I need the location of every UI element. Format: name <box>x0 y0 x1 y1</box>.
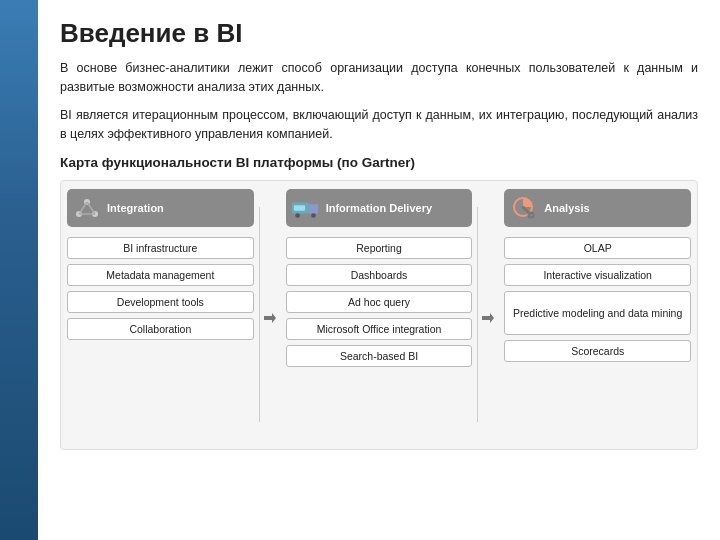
delivery-icon <box>292 194 320 222</box>
page-title: Введение в BI <box>60 18 698 49</box>
delivery-header: Information Delivery <box>286 189 473 227</box>
arrow-2 <box>478 187 498 449</box>
analysis-items: OLAP Interactive visualization Predictiv… <box>504 237 691 362</box>
item-search-based-bi: Search-based BI <box>286 345 473 367</box>
item-metadata-management: Metadata management <box>67 264 254 286</box>
svg-rect-11 <box>294 205 305 211</box>
svg-point-9 <box>295 213 300 218</box>
bi-platform-diagram: Integration BI infrastructure Metadata m… <box>60 180 698 450</box>
item-predictive-modeling: Predictive modeling and data mining <box>504 291 691 335</box>
item-ms-office: Microsoft Office integration <box>286 318 473 340</box>
item-dashboards: Dashboards <box>286 264 473 286</box>
item-adhoc-query: Ad hoc query <box>286 291 473 313</box>
item-interactive-viz: Interactive visualization <box>504 264 691 286</box>
analysis-header: Analysis <box>504 189 691 227</box>
delivery-column: Information Delivery Reporting Dashboard… <box>280 181 479 449</box>
svg-marker-12 <box>482 313 494 323</box>
item-collaboration: Collaboration <box>67 318 254 340</box>
para2: BI является итерационным процессом, вклю… <box>60 106 698 145</box>
arrow-1 <box>260 187 280 449</box>
svg-marker-6 <box>264 313 276 323</box>
item-reporting: Reporting <box>286 237 473 259</box>
item-scorecards: Scorecards <box>504 340 691 362</box>
svg-line-4 <box>87 202 95 214</box>
svg-point-10 <box>311 213 316 218</box>
svg-line-3 <box>79 202 87 214</box>
item-development-tools: Development tools <box>67 291 254 313</box>
para1: В основе бизнес-аналитики лежит способ о… <box>60 59 698 98</box>
svg-point-14 <box>529 212 534 217</box>
integration-header: Integration <box>67 189 254 227</box>
integration-label: Integration <box>107 202 164 214</box>
section-title: Карта функциональности BI платформы (по … <box>60 155 698 170</box>
left-bar <box>0 0 38 540</box>
delivery-items: Reporting Dashboards Ad hoc query Micros… <box>286 237 473 367</box>
integration-items: BI infrastructure Metadata management De… <box>67 237 254 340</box>
analysis-column: Analysis OLAP Interactive visualization … <box>498 181 697 449</box>
item-olap: OLAP <box>504 237 691 259</box>
integration-icon <box>73 194 101 222</box>
integration-column: Integration BI infrastructure Metadata m… <box>61 181 260 449</box>
item-bi-infrastructure: BI infrastructure <box>67 237 254 259</box>
analysis-label: Analysis <box>544 202 589 214</box>
delivery-label: Information Delivery <box>326 202 432 214</box>
main-content: Введение в BI В основе бизнес-аналитики … <box>38 0 720 540</box>
svg-marker-8 <box>308 204 317 213</box>
analysis-icon <box>510 194 538 222</box>
